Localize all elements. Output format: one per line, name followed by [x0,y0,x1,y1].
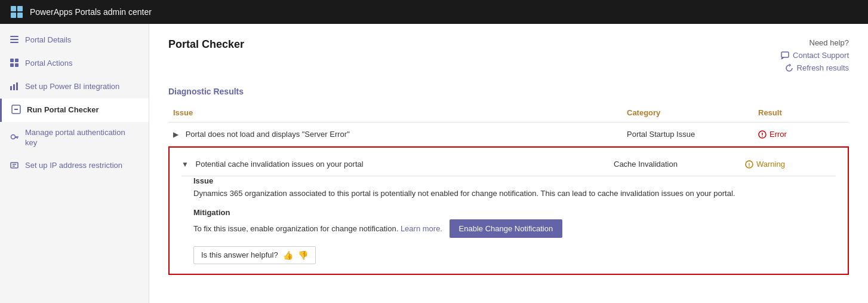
app-title: PowerApps Portals admin center [30,7,152,17]
error-circle-icon [758,130,767,139]
issue-cell: ▶ Portal does not load and displays "Ser… [168,123,622,146]
svg-rect-11 [10,86,12,90]
result-cell: Error [753,123,849,146]
sidebar-item-ip-restriction[interactable]: Set up IP address restriction [0,154,149,177]
detail-content: Issue Dynamics 365 organization associat… [181,176,836,264]
col-header-category: Category [622,103,753,123]
detail-mitigation-label: Mitigation [193,208,836,217]
main-content: Portal Checker Need help? Contact Suppor… [149,24,868,303]
sidebar-item-auth-key[interactable]: Manage portal authentication key [0,122,149,154]
svg-point-16 [11,135,16,139]
expanded-panel: ▼ Potential cache invalidation issues on… [168,146,849,275]
svg-rect-6 [10,42,19,43]
warning-label: Warning [756,160,785,169]
diagnostic-results-title: Diagnostic Results [168,87,849,96]
sidebar-item-label-run-checker: Run Portal Checker [27,105,99,115]
svg-rect-13 [16,82,18,90]
run-checker-icon [11,105,21,116]
learn-more-label: Learn more. [401,224,442,233]
table-row: ▼ Potential cache invalidation issues on… [168,146,849,280]
collapse-icon[interactable]: ▼ [181,160,189,169]
refresh-results-link[interactable]: Refresh results [785,63,849,72]
header-actions: Need help? Contact Support Refresh resul… [781,38,849,72]
app-logo-icon [10,5,24,19]
helpful-box: Is this answer helpful? 👍 👎 [193,246,316,264]
refresh-icon [785,64,793,72]
svg-rect-3 [17,13,23,18]
portal-details-icon [10,35,19,46]
svg-rect-23 [781,52,789,57]
svg-rect-8 [15,59,19,62]
svg-point-26 [762,136,763,137]
sidebar-item-label-portal-actions: Portal Actions [25,59,73,69]
learn-more-link[interactable]: Learn more. [401,224,445,233]
contact-support-link[interactable]: Contact Support [781,51,849,60]
topbar: PowerApps Portals admin center [0,0,868,24]
svg-rect-12 [13,84,15,90]
error-label: Error [769,130,787,139]
contact-support-label: Contact Support [793,51,849,60]
page-title: Portal Checker [168,38,244,51]
svg-rect-10 [15,63,19,67]
expanded-header-table: ▼ Potential cache invalidation issues on… [181,157,836,176]
need-help-label: Need help? [809,38,849,47]
error-badge: Error [758,130,844,139]
ip-restriction-icon [10,160,19,172]
svg-rect-5 [10,39,19,40]
expand-icon[interactable]: ▶ [173,130,178,139]
svg-rect-0 [11,6,16,11]
col-header-result: Result [753,103,849,123]
svg-text:!: ! [749,162,750,168]
sidebar-item-label-power-bi: Set up Power BI integration [25,82,119,92]
svg-rect-7 [10,59,14,62]
sidebar-item-run-checker[interactable]: Run Portal Checker [0,99,149,122]
sidebar: Portal Details Portal Actions Set up Pow… [0,24,149,303]
warning-badge: ! Warning [745,160,831,169]
refresh-results-label: Refresh results [797,63,849,72]
svg-rect-1 [17,6,23,11]
svg-rect-2 [11,13,16,18]
issue-text: Portal does not load and displays "Serve… [186,130,350,139]
auth-key-icon [10,132,19,143]
header-row: Portal Checker Need help? Contact Suppor… [168,38,849,72]
enable-change-notification-button[interactable]: Enable Change Notification [450,219,563,238]
expanded-category-cell: Cache Invalidation [609,157,740,176]
svg-rect-9 [10,63,14,67]
thumbs-up-icon[interactable]: 👍 [283,250,293,260]
sidebar-item-power-bi[interactable]: Set up Power BI integration [0,75,149,99]
helpful-label: Is this answer helpful? [201,250,278,259]
thumbs-down-icon[interactable]: 👎 [298,250,308,260]
expanded-issue-cell: ▼ Potential cache invalidation issues on… [181,157,609,176]
results-table: Issue Category Result ▶ Portal does not … [168,103,849,280]
portal-actions-icon [10,58,19,69]
helpful-row: Is this answer helpful? 👍 👎 [193,246,836,264]
detail-issue-label: Issue [193,176,836,185]
col-header-issue: Issue [168,103,622,123]
sidebar-item-portal-details[interactable]: Portal Details [0,29,149,52]
sidebar-item-portal-actions[interactable]: Portal Actions [0,52,149,75]
category-cell: Portal Startup Issue [622,123,753,146]
warning-icon: ! [745,160,753,169]
mitigation-text-span: To fix this issue, enable organization f… [193,224,398,233]
sidebar-item-label-portal-details: Portal Details [25,35,71,45]
sidebar-item-label-ip-restriction: Set up IP address restriction [25,161,122,171]
svg-rect-4 [10,36,19,37]
expanded-issue-text: Potential cache invalidation issues on y… [196,160,364,169]
power-bi-icon [10,81,19,93]
sidebar-item-label-auth-key: Manage portal authentication key [25,128,139,148]
detail-mitigation-text: To fix this issue, enable organization f… [193,219,836,238]
detail-issue-text: Dynamics 365 organization associated to … [193,188,836,200]
expanded-result-cell: ! Warning [740,157,836,176]
expanded-cell: ▼ Potential cache invalidation issues on… [168,146,849,280]
table-row: ▶ Portal does not load and displays "Ser… [168,123,849,146]
svg-rect-20 [11,163,18,168]
comment-icon [781,51,789,60]
